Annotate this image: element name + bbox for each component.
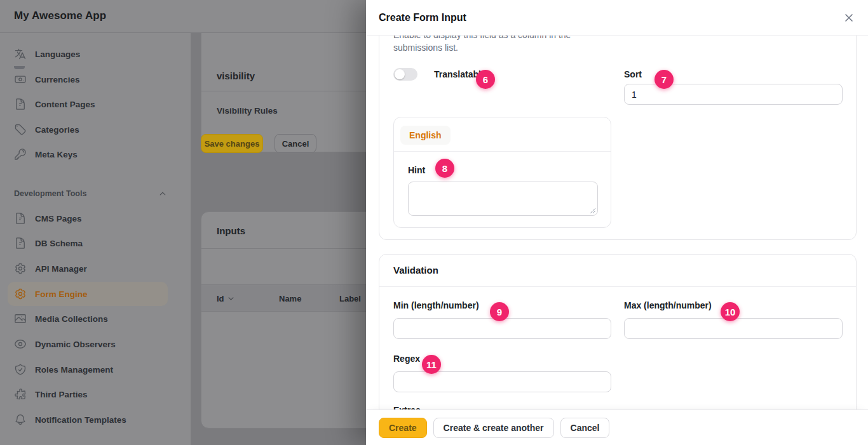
tour-badge-8: 8 bbox=[435, 159, 454, 178]
translatable-toggle[interactable] bbox=[393, 68, 417, 81]
regex-label: Regex bbox=[393, 354, 420, 364]
translations-card: English Hint 8 bbox=[393, 117, 611, 228]
tab-english[interactable]: English bbox=[400, 126, 451, 145]
modal-backdrop[interactable] bbox=[0, 0, 366, 445]
panel-footer: Create Create & create another Cancel bbox=[366, 409, 868, 445]
field-description-line1: Enable to display this field as a column… bbox=[393, 36, 660, 41]
clipped-next-field-label: Extras... bbox=[393, 405, 428, 409]
close-icon bbox=[843, 11, 855, 24]
hint-textarea[interactable] bbox=[408, 182, 598, 216]
panel-title: Create Form Input bbox=[379, 12, 466, 23]
tour-badge-6: 6 bbox=[476, 70, 495, 89]
general-section-card: Enable to display this field as a column… bbox=[379, 36, 857, 240]
toggle-knob bbox=[395, 69, 405, 79]
create-and-create-another-button[interactable]: Create & create another bbox=[433, 418, 554, 438]
validation-section-title: Validation bbox=[393, 265, 438, 276]
create-button[interactable]: Create bbox=[379, 418, 427, 438]
validation-section-card: Validation Min (length/number) 9 Max (le… bbox=[379, 254, 857, 409]
sort-label: Sort bbox=[624, 69, 642, 79]
cancel-button[interactable]: Cancel bbox=[560, 418, 610, 438]
divider bbox=[379, 286, 856, 287]
sort-input[interactable] bbox=[624, 84, 843, 105]
min-input[interactable] bbox=[393, 318, 611, 339]
locale-tabs: English bbox=[394, 117, 611, 152]
max-input[interactable] bbox=[624, 318, 843, 339]
create-form-input-panel: Create Form Input Enable to display this… bbox=[366, 0, 868, 445]
close-button[interactable] bbox=[839, 8, 859, 28]
tour-badge-10: 10 bbox=[721, 302, 740, 321]
tour-badge-11: 11 bbox=[422, 355, 441, 374]
panel-header: Create Form Input bbox=[366, 0, 868, 36]
hint-label: Hint bbox=[408, 165, 425, 175]
min-label: Min (length/number) bbox=[393, 300, 479, 310]
tour-badge-9: 9 bbox=[490, 302, 509, 321]
field-description-line2: submissions list. bbox=[393, 41, 660, 54]
max-label: Max (length/number) bbox=[624, 300, 712, 310]
regex-input[interactable] bbox=[393, 371, 611, 392]
panel-body: Enable to display this field as a column… bbox=[366, 36, 868, 409]
tour-badge-7: 7 bbox=[654, 70, 674, 89]
